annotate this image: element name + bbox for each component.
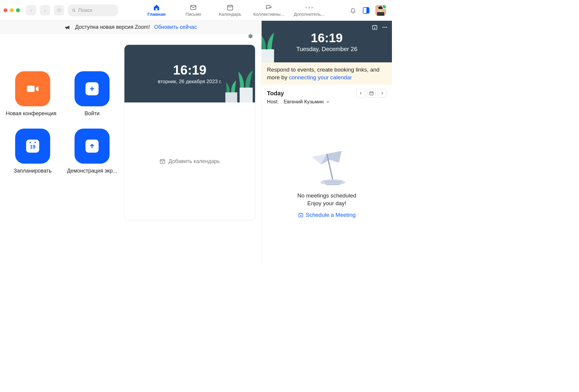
update-banner: Доступна новая версия Zoom! Обновить сей… — [0, 21, 261, 34]
search-input[interactable] — [78, 7, 114, 13]
toggle-sidebar-button[interactable] — [362, 7, 370, 14]
home-icon — [153, 4, 160, 11]
next-day-button[interactable] — [378, 89, 387, 98]
svg-point-1 — [72, 9, 75, 11]
settings-button[interactable] — [247, 33, 253, 39]
host-selector[interactable]: Host: Евгений Кузьмин — [262, 98, 392, 106]
join-label: Войти — [85, 110, 99, 117]
calendar-plus-icon — [159, 158, 165, 164]
calendar-icon — [369, 91, 374, 96]
connect-calendar-link[interactable]: connecting your calendar — [289, 74, 352, 80]
clock-time: 16:19 — [173, 63, 207, 78]
schedule-meeting-link[interactable]: Schedule a Meeting — [298, 212, 356, 218]
chevron-right-icon — [380, 91, 384, 95]
svg-point-15 — [383, 27, 384, 28]
schedule-label: Запланировать — [14, 168, 52, 174]
plus-icon — [88, 85, 96, 92]
calendar-plus-icon — [298, 212, 303, 218]
tab-more[interactable]: Дополнитель... — [294, 4, 325, 17]
history-button[interactable] — [54, 5, 64, 15]
chevron-down-icon — [325, 99, 330, 104]
window-controls[interactable] — [4, 8, 20, 12]
more-icon — [306, 4, 313, 11]
schedule-meeting-label: Schedule a Meeting — [306, 212, 356, 218]
sidebar-date: Tuesday, December 26 — [296, 46, 357, 53]
megaphone-icon — [64, 24, 71, 31]
calendar-add-hero-button[interactable] — [371, 24, 378, 31]
share-screen-label: Демонстрация экр... — [67, 168, 117, 174]
tab-more-label: Дополнитель... — [294, 12, 325, 17]
svg-text:19: 19 — [30, 144, 36, 150]
svg-rect-11 — [225, 92, 237, 102]
svg-rect-10 — [240, 88, 253, 102]
tab-calendar[interactable]: Календарь — [216, 4, 244, 17]
plant-illustration-small — [262, 21, 288, 62]
update-now-link[interactable]: Обновить сейчас — [154, 24, 197, 30]
profile-avatar[interactable] — [375, 5, 386, 16]
gear-icon — [247, 33, 253, 39]
add-calendar-label: Добавить календарь — [168, 158, 220, 165]
sidebar-time: 16:19 — [311, 31, 343, 45]
join-button[interactable] — [75, 71, 110, 106]
host-name: Евгений Кузьмин — [284, 99, 323, 105]
no-meetings-line1: No meetings scheduled — [297, 192, 356, 200]
mail-icon — [190, 4, 197, 11]
tab-team-label: Коллективны... — [253, 12, 284, 17]
svg-rect-3 — [227, 5, 233, 10]
svg-rect-18 — [370, 92, 373, 95]
beach-umbrella-illustration — [303, 142, 351, 189]
svg-rect-7 — [27, 86, 35, 92]
hero-more-button[interactable] — [381, 24, 388, 31]
no-meetings-line2: Enjoy your day! — [297, 200, 356, 207]
clock-card: 16:19 вторник, 26 декабря 2023 г. Добави… — [124, 45, 255, 220]
calendar-small-icon: 19 — [27, 140, 39, 152]
arrow-up-icon — [88, 143, 96, 150]
add-calendar-button[interactable]: Добавить календарь — [159, 158, 220, 165]
team-chat-icon — [265, 4, 272, 11]
schedule-button[interactable]: 19 — [15, 129, 50, 164]
nav-forward-button[interactable] — [40, 5, 50, 15]
nav-back-button[interactable] — [26, 5, 36, 15]
search-box[interactable] — [68, 4, 118, 16]
connect-calendar-banner: Respond to events, create booking links,… — [262, 62, 392, 85]
maximize-window-dot[interactable] — [16, 8, 20, 12]
plant-illustration — [219, 55, 255, 102]
svg-point-17 — [386, 27, 387, 28]
calendar-add-icon — [372, 24, 378, 30]
clock-date: вторник, 26 декабря 2023 г. — [158, 79, 222, 85]
chevron-down-icon[interactable] — [58, 112, 59, 116]
new-meeting-label: Новая конференция — [6, 110, 56, 117]
notifications-button[interactable] — [349, 7, 357, 14]
new-meeting-button[interactable] — [15, 71, 50, 106]
today-calendar-button[interactable] — [367, 89, 376, 98]
prev-day-button[interactable] — [356, 89, 365, 98]
panel-toggle-icon — [363, 7, 369, 14]
tab-home[interactable]: Главная — [143, 4, 170, 17]
avatar-face — [375, 5, 386, 16]
tab-mail[interactable]: Письмо — [180, 4, 207, 17]
more-icon — [382, 24, 388, 30]
video-icon — [25, 81, 40, 97]
svg-point-16 — [384, 27, 385, 28]
today-label: Today — [267, 90, 284, 97]
close-window-dot[interactable] — [4, 8, 7, 12]
search-icon — [72, 8, 76, 13]
host-label: Host: — [267, 99, 279, 105]
calendar-icon — [227, 4, 234, 11]
tab-calendar-label: Календарь — [219, 12, 241, 17]
tab-mail-label: Письмо — [185, 12, 201, 17]
share-screen-button[interactable] — [75, 129, 110, 164]
bell-icon — [350, 7, 356, 14]
svg-rect-13 — [262, 49, 274, 62]
update-banner-text: Доступна новая версия Zoom! — [75, 24, 150, 30]
minimize-window-dot[interactable] — [10, 8, 14, 12]
chevron-left-icon — [359, 91, 363, 95]
svg-rect-6 — [377, 12, 384, 16]
tab-team-chat[interactable]: Коллективны... — [253, 4, 284, 17]
tab-home-label: Главная — [148, 12, 166, 17]
